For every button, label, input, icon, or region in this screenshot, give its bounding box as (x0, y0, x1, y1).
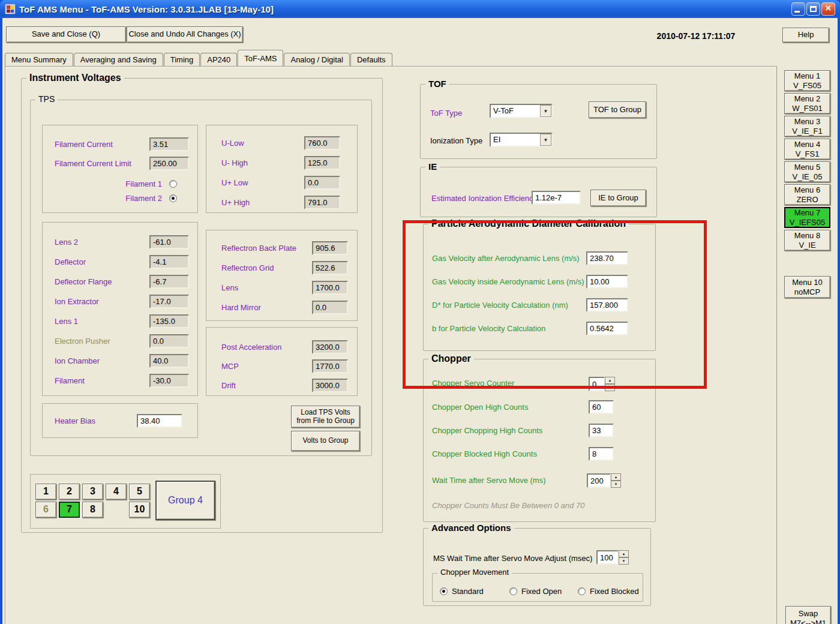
lens1-input[interactable]: -135.0 (149, 314, 189, 328)
advanced-options-title: Advanced Options (428, 523, 514, 533)
tab-menu-summary[interactable]: Menu Summary (5, 53, 73, 66)
ion-chamber-input[interactable]: 40.0 (149, 354, 189, 368)
tab-timing[interactable]: Timing (164, 53, 200, 66)
ms-wait-time-spinner[interactable]: 100 ▲▼ (596, 550, 629, 565)
close-and-undo-button[interactable]: Close and Undo All Changes (X) (127, 26, 243, 43)
fixed-open-radio[interactable] (509, 587, 517, 595)
save-and-close-button[interactable]: Save and Close (Q) (6, 26, 126, 43)
u-plus-low-input[interactable]: 0.0 (304, 176, 340, 190)
chopper-open-high-counts-input[interactable]: 60 (589, 400, 614, 414)
application-window: ToF AMS Menu - ToF-AMS Version: 3.0.31.J… (0, 0, 840, 624)
electron-pusher-input[interactable]: 0.0 (149, 334, 189, 348)
b-input[interactable]: 0.5642 (586, 322, 628, 335)
group-button-8[interactable]: 8 (82, 502, 103, 518)
spin-up-icon[interactable]: ▲ (605, 377, 615, 384)
tab-defaults[interactable]: Defaults (350, 53, 392, 66)
reflectron-back-plate-input[interactable]: 905.6 (312, 241, 348, 255)
group-button-10[interactable]: 10 (129, 502, 150, 518)
minimize-button[interactable] (791, 2, 805, 16)
hard-mirror-input[interactable]: 0.0 (312, 301, 348, 314)
lens2-input[interactable]: -61.0 (149, 235, 189, 249)
deflector-input[interactable]: -4.1 (149, 255, 189, 269)
drift-label: Drift (221, 381, 236, 390)
ionization-type-dropdown[interactable]: EI▼ (490, 133, 553, 147)
filament-block: Filament Current 3.51 Filament Current L… (42, 125, 198, 213)
spin-down-icon[interactable]: ▼ (619, 557, 629, 565)
u-plus-low-label: U+ Low (221, 178, 248, 187)
sidebar-menu7-button[interactable]: Menu 7V_IEFS05 (784, 207, 830, 228)
post-acceleration-input[interactable]: 3200.0 (312, 340, 348, 354)
filament2-radio[interactable] (169, 194, 177, 202)
title-bar: ToF AMS Menu - ToF-AMS Version: 3.0.31.J… (0, 0, 840, 18)
filament1-radio[interactable] (169, 180, 177, 188)
sidebar-menu3-button[interactable]: Menu 3V_IE_F1 (784, 116, 830, 137)
ms-wait-time-label: MS Wait Time after Servo Move Adjust (ms… (433, 554, 592, 563)
ie-to-group-button[interactable]: IE to Group (590, 190, 646, 206)
drift-input[interactable]: 3000.0 (312, 379, 348, 392)
ion-extractor-input[interactable]: -17.0 (149, 295, 189, 308)
sidebar-menu1-button[interactable]: Menu 1V_FS05 (784, 70, 830, 91)
deflector-flange-input[interactable]: -6.7 (149, 275, 189, 289)
sidebar-menu10-button[interactable]: Menu 10noMCP (784, 276, 830, 298)
lens1-label: Lens 1 (55, 317, 78, 326)
d-star-input[interactable]: 157.800 (586, 298, 628, 312)
reflectron-grid-input[interactable]: 522.6 (312, 261, 348, 275)
u-voltages-block: U-Low 760.0 U- High 125.0 U+ Low 0.0 U+ … (206, 125, 358, 213)
gas-velocity-after-input[interactable]: 238.70 (586, 251, 628, 265)
reflectron-lens-label: Lens (221, 283, 238, 292)
tps-title: TPS (35, 94, 58, 104)
spin-up-icon[interactable]: ▲ (619, 550, 629, 557)
maximize-button[interactable] (806, 2, 820, 16)
filament-current-input[interactable]: 3.51 (149, 137, 189, 151)
tof-to-group-button[interactable]: TOF to Group (589, 101, 646, 118)
gas-velocity-inside-input[interactable]: 10.00 (586, 275, 628, 289)
chopper-movement-title: Chopper Movement (437, 568, 512, 577)
group-button-7[interactable]: 7 (59, 502, 80, 518)
swap-m7-m1-button[interactable]: SwapM7<-->M1 (785, 606, 831, 624)
advanced-options-group: Advanced Options MS Wait Time after Serv… (423, 528, 651, 606)
d-star-label: D* for Particle Velocity Calculation (nm… (432, 301, 568, 310)
spin-down-icon[interactable]: ▼ (611, 481, 621, 488)
close-button[interactable]: ✕ (821, 2, 835, 16)
wait-time-spinner[interactable]: 200 ▲▼ (587, 473, 621, 488)
tof-type-dropdown[interactable]: V-ToF▼ (490, 104, 553, 118)
mcp-input[interactable]: 1770.0 (312, 359, 348, 373)
tab-averaging-and-saving[interactable]: Averaging and Saving (74, 53, 163, 66)
ionization-type-label: Ionization Type (430, 136, 482, 145)
group-button-3[interactable]: 3 (82, 484, 103, 500)
heater-bias-input[interactable]: 38.40 (137, 414, 182, 428)
volts-to-group-button[interactable]: Volts to Group (291, 431, 360, 451)
filament-input[interactable]: -30.0 (149, 374, 189, 388)
u-plus-high-input[interactable]: 791.0 (304, 196, 340, 209)
chopper-movement-group: Chopper Movement Standard Fixed Open Fix… (432, 573, 643, 602)
help-button[interactable]: Help (782, 28, 829, 43)
group-button-1[interactable]: 1 (35, 484, 56, 500)
load-tps-volts-button[interactable]: Load TPS Volts from File to Group (291, 406, 360, 428)
sidebar-menu2-button[interactable]: Menu 2W_FS01 (784, 93, 830, 114)
group-button-4[interactable]: 4 (106, 484, 127, 500)
chopper-chopping-high-counts-input[interactable]: 33 (589, 424, 614, 437)
sidebar-menu5-button[interactable]: Menu 5V_IE_05 (784, 161, 830, 182)
tab-ap240[interactable]: AP240 (200, 53, 237, 66)
fixed-blocked-radio[interactable] (578, 587, 586, 595)
tab-tof-ams[interactable]: ToF-AMS (238, 50, 283, 66)
group-button-5[interactable]: 5 (129, 484, 150, 500)
spin-up-icon[interactable]: ▲ (611, 473, 621, 481)
reflectron-lens-input[interactable]: 1700.0 (312, 281, 348, 295)
group-button-2[interactable]: 2 (59, 484, 80, 500)
chopper-blocked-high-counts-input[interactable]: 8 (589, 447, 614, 461)
filament-current-limit-input[interactable]: 250.00 (149, 157, 189, 170)
u-minus-high-input[interactable]: 125.0 (304, 156, 340, 170)
estimated-ionization-efficiency-input[interactable]: 1.12e-7 (532, 191, 581, 205)
chopper-servo-counter-spinner[interactable]: 0 ▲▼ (589, 377, 615, 391)
sidebar-menu4-button[interactable]: Menu 4V_FS1 (784, 139, 830, 160)
u-low-input[interactable]: 760.0 (304, 136, 340, 150)
group-4-button[interactable]: Group 4 (155, 481, 215, 520)
spin-down-icon[interactable]: ▼ (605, 384, 615, 391)
tab-analog-digital[interactable]: Analog / Digital (284, 53, 349, 66)
standard-radio[interactable] (440, 587, 448, 595)
filament-label: Filament (55, 376, 85, 385)
sidebar-menu6-button[interactable]: Menu 6ZERO (784, 184, 830, 205)
group-button-6[interactable]: 6 (35, 502, 56, 518)
sidebar-menu8-button[interactable]: Menu 8V_IE (784, 230, 830, 251)
